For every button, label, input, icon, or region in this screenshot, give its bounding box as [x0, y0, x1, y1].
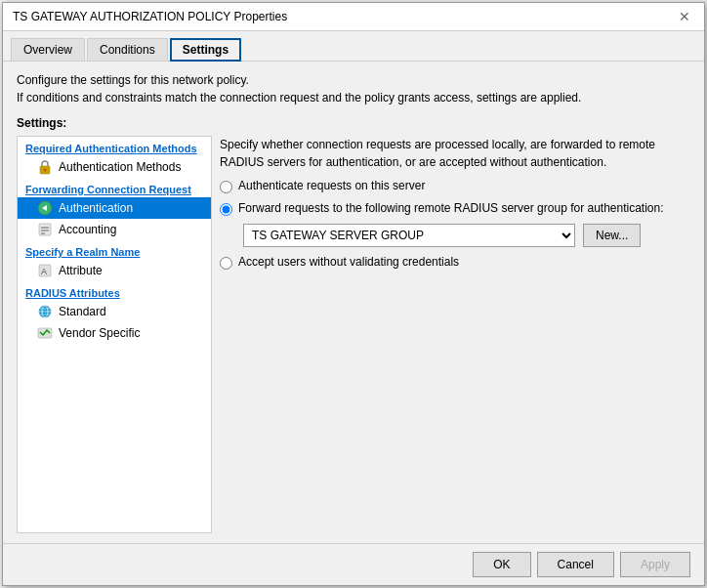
section-radius[interactable]: RADIUS Attributes	[18, 281, 211, 301]
menu-item-authentication[interactable]: Authentication	[18, 197, 211, 219]
svg-point-1	[44, 169, 47, 172]
menu-item-standard[interactable]: Standard	[18, 301, 211, 322]
radio-group: Authenticate requests on this server For…	[220, 179, 690, 270]
apply-button[interactable]: Apply	[620, 552, 690, 577]
dialog-title: TS GATEWAY AUTHORIZATION POLICY Properti…	[13, 10, 287, 23]
menu-item-auth-methods-label: Authentication Methods	[59, 160, 181, 174]
section-realm[interactable]: Specify a Realm Name	[18, 240, 211, 260]
menu-item-vendor-label: Vendor Specific	[59, 326, 140, 340]
dialog-window: TS GATEWAY AUTHORIZATION POLICY Properti…	[2, 2, 705, 586]
menu-item-standard-label: Standard	[59, 305, 106, 318]
menu-item-attribute[interactable]: A Attribute	[18, 260, 211, 281]
tab-bar: Overview Conditions Settings	[3, 31, 704, 62]
lock-icon	[37, 159, 53, 175]
svg-text:A: A	[41, 267, 47, 276]
close-button[interactable]: ✕	[675, 9, 694, 24]
menu-item-accounting[interactable]: Accounting	[18, 219, 211, 240]
section-forwarding[interactable]: Forwarding Connection Request	[18, 178, 211, 197]
footer: OK Cancel Apply	[3, 543, 704, 585]
menu-item-authentication-label: Authentication	[59, 201, 133, 215]
menu-item-accounting-label: Accounting	[59, 223, 116, 236]
description-block: Configure the settings for this network …	[17, 71, 690, 106]
radio-forward: Forward requests to the following remote…	[220, 201, 690, 216]
attribute-icon: A	[37, 263, 53, 278]
tab-settings[interactable]: Settings	[170, 38, 241, 62]
settings-label: Settings:	[17, 116, 690, 130]
menu-item-attribute-label: Attribute	[59, 264, 103, 277]
description-line1: Configure the settings for this network …	[17, 73, 249, 87]
vendor-icon	[37, 325, 53, 341]
ok-button[interactable]: OK	[473, 552, 530, 577]
radio-accept-input[interactable]	[220, 257, 232, 270]
left-nav-panel: Required Authentication Methods Authenti…	[17, 136, 212, 533]
dropdown-row: TS GATEWAY SERVER GROUP New...	[220, 224, 690, 247]
radio-accept: Accept users without validating credenti…	[220, 255, 690, 270]
new-button[interactable]: New...	[583, 224, 641, 247]
accounting-icon	[37, 222, 53, 237]
cancel-button[interactable]: Cancel	[537, 552, 614, 577]
section-required-auth[interactable]: Required Authentication Methods	[18, 137, 211, 156]
arrow-icon	[37, 200, 53, 216]
radio-local-label: Authenticate requests on this server	[238, 179, 425, 192]
tab-overview[interactable]: Overview	[11, 38, 85, 62]
menu-item-vendor[interactable]: Vendor Specific	[18, 322, 211, 344]
right-description: Specify whether connection requests are …	[220, 136, 690, 171]
menu-item-auth-methods[interactable]: Authentication Methods	[18, 156, 211, 178]
description-line2: If conditions and constraints match the …	[17, 91, 581, 105]
title-bar: TS GATEWAY AUTHORIZATION POLICY Properti…	[3, 3, 704, 31]
settings-body: Required Authentication Methods Authenti…	[17, 136, 690, 533]
radio-local-input[interactable]	[220, 181, 232, 193]
radio-forward-input[interactable]	[220, 203, 232, 216]
tab-conditions[interactable]: Conditions	[87, 38, 168, 62]
globe-icon	[37, 304, 53, 319]
dialog-content: Configure the settings for this network …	[3, 62, 704, 543]
radio-local: Authenticate requests on this server	[220, 179, 690, 193]
radio-accept-label: Accept users without validating credenti…	[238, 255, 459, 269]
right-panel: Specify whether connection requests are …	[220, 136, 690, 533]
radio-forward-label: Forward requests to the following remote…	[238, 201, 664, 215]
server-group-dropdown[interactable]: TS GATEWAY SERVER GROUP	[243, 224, 575, 247]
